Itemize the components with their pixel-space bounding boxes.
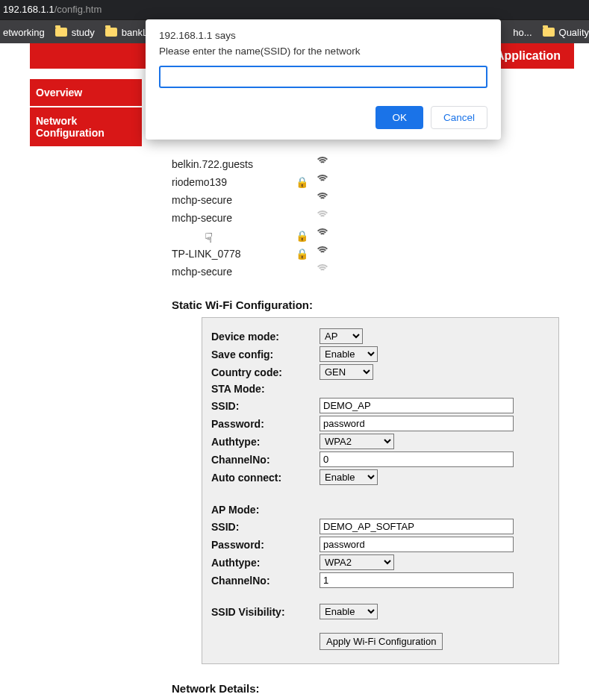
wifi-signal-icon <box>317 231 328 240</box>
prompt-origin: 192.168.1.1 says <box>159 30 487 41</box>
bookmark-quality[interactable]: Quality <box>543 27 589 38</box>
bookmark-label: ho... <box>513 27 532 38</box>
folder-icon <box>55 28 67 37</box>
bookmark-ho[interactable]: ho... <box>513 27 532 38</box>
prompt-message: Please enter the name(SSID) for the netw… <box>159 46 487 57</box>
network-ssid: TP-LINK_0778 <box>172 248 291 260</box>
label-sta-ssid: SSID: <box>211 400 320 412</box>
lock-icon: 🔒 <box>291 248 312 260</box>
bookmark-label: Quality <box>559 27 589 38</box>
bookmark-label: study <box>72 27 95 38</box>
folder-icon <box>543 28 555 37</box>
wifi-signal-icon <box>317 159 328 168</box>
device-mode-select[interactable]: AP <box>320 328 363 344</box>
sta-password-input[interactable] <box>320 416 514 431</box>
address-bar[interactable]: 192.168.1.1/config.htm <box>0 0 589 19</box>
wifi-signal-icon <box>317 213 328 222</box>
label-ap-authtype: Authtype: <box>211 557 320 569</box>
label-sta-authtype: Authtype: <box>211 436 320 448</box>
main-content: belkin.722.guestsriodemo139🔒mchp-securem… <box>172 155 574 700</box>
ap-password-input[interactable] <box>320 537 514 552</box>
folder-icon <box>105 28 117 37</box>
save-config-select[interactable]: Enable <box>320 346 378 362</box>
sidebar: Overview Network Configuration <box>30 78 142 146</box>
label-auto-connect: Auto connect: <box>211 472 320 484</box>
bookmark-label: bankL <box>122 27 148 38</box>
wifi-signal-icon <box>317 266 328 275</box>
wifi-signal-icon <box>317 195 328 204</box>
wifi-signal-icon <box>317 177 328 186</box>
network-row[interactable]: mchp-secure <box>172 209 574 227</box>
ap-authtype-select[interactable]: WPA2 <box>320 554 394 570</box>
label-ap-mode: AP Mode: <box>211 504 549 516</box>
ap-channel-input[interactable] <box>320 572 514 588</box>
bookmark-bankl[interactable]: bankL <box>105 27 148 38</box>
prompt-ok-button[interactable]: OK <box>375 106 423 129</box>
bookmark-etworking[interactable]: etworking <box>3 27 45 38</box>
label-ap-ssid: SSID: <box>211 521 320 533</box>
ssid-visibility-select[interactable]: Enable <box>320 604 378 619</box>
label-sta-mode: STA Mode: <box>211 383 549 395</box>
label-sta-password: Password: <box>211 418 320 430</box>
label-ap-channel: ChannelNo: <box>211 575 320 587</box>
country-code-select[interactable]: GEN <box>320 364 373 380</box>
label-ssid-visibility: SSID Visibility: <box>211 606 320 618</box>
section-title-network-details: Network Details: <box>172 682 574 695</box>
prompt-dialog: 192.168.1.1 says Please enter the name(S… <box>146 19 501 140</box>
lock-icon: 🔒 <box>291 176 312 188</box>
network-row[interactable]: 🔒 <box>172 227 574 245</box>
network-row[interactable]: mchp-secure <box>172 263 574 281</box>
network-ssid: riodemo139 <box>172 176 291 188</box>
network-ssid: belkin.722.guests <box>172 158 291 170</box>
label-sta-channel: ChannelNo: <box>211 454 320 466</box>
network-ssid: mchp-secure <box>172 194 291 206</box>
network-row[interactable]: mchp-secure <box>172 191 574 209</box>
apply-wifi-config-button[interactable]: Apply Wi-Fi Configuration <box>320 633 443 650</box>
network-row[interactable]: riodemo139🔒 <box>172 173 574 191</box>
sta-authtype-select[interactable]: WPA2 <box>320 434 394 449</box>
bookmark-study[interactable]: study <box>55 27 95 38</box>
section-title-static-wifi: Static Wi-Fi Configuration: <box>172 299 574 311</box>
address-host: 192.168.1.1 <box>3 4 54 15</box>
sidebar-item-overview[interactable]: Overview <box>30 78 142 106</box>
network-ssid: mchp-secure <box>172 266 291 278</box>
auto-connect-select[interactable]: Enable <box>320 469 378 485</box>
wifi-config-panel: Device mode: AP Save config: Enable Coun… <box>202 317 559 664</box>
network-list: belkin.722.guestsriodemo139🔒mchp-securem… <box>172 155 574 281</box>
label-device-mode: Device mode: <box>211 331 320 343</box>
address-path: /config.htm <box>54 4 102 15</box>
wifi-signal-icon <box>317 249 328 257</box>
network-row[interactable]: TP-LINK_0778🔒 <box>172 245 574 263</box>
label-save-config: Save config: <box>211 349 320 360</box>
sta-ssid-input[interactable] <box>320 398 514 413</box>
page-body: emo Application Overview Network Configu… <box>0 43 589 700</box>
sidebar-item-network-config[interactable]: Network Configuration <box>30 106 142 146</box>
ap-ssid-input[interactable] <box>320 519 514 534</box>
sta-channel-input[interactable] <box>320 451 514 467</box>
network-ssid: mchp-secure <box>172 212 291 224</box>
prompt-cancel-button[interactable]: Cancel <box>431 106 487 129</box>
sidebar-item-label: Network Configuration <box>36 115 105 139</box>
network-row[interactable]: belkin.722.guests <box>172 155 574 173</box>
label-ap-password: Password: <box>211 539 320 551</box>
prompt-input[interactable] <box>159 66 487 88</box>
lock-icon: 🔒 <box>291 230 312 242</box>
sidebar-item-label: Overview <box>36 87 82 99</box>
label-country-code: Country code: <box>211 366 320 378</box>
bookmark-label: etworking <box>3 27 45 38</box>
